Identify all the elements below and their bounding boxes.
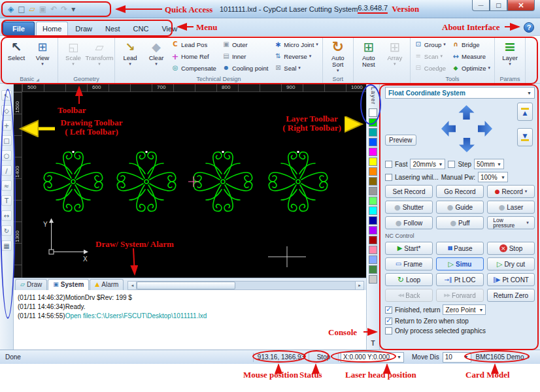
layer-color-12[interactable]: [369, 226, 377, 235]
return-zero-checkbox[interactable]: [385, 318, 392, 325]
step-checkbox[interactable]: [448, 161, 455, 168]
scrollbar-thumb[interactable]: [137, 282, 235, 289]
jog-left-button[interactable]: [441, 120, 456, 137]
canvas-area[interactable]: 5006007008009001000 150014001300: [14, 84, 366, 278]
return-zero-button[interactable]: Return Zero: [487, 289, 535, 302]
ribbon-home-ref-button[interactable]: +Home Ref: [170, 50, 218, 62]
laser-button[interactable]: ●Laser: [487, 201, 535, 214]
layer-color-1[interactable]: [369, 118, 377, 127]
jog-down-button[interactable]: [458, 138, 475, 152]
follow-down-button[interactable]: ▼: [517, 128, 533, 146]
ribbon-clear-button[interactable]: ◆Clear▾: [144, 38, 169, 67]
layer-text-tool[interactable]: T: [371, 340, 375, 347]
laser-position-dropdown[interactable]: X:0.000 Y:0.000 ▼: [341, 352, 404, 363]
layer-color-11[interactable]: [369, 216, 377, 225]
ribbon-auto-sort-button[interactable]: ↻Auto Sort▾: [326, 38, 350, 73]
ribbon-optimize-button[interactable]: ◆Optimize▾: [450, 62, 492, 74]
ribbon-micro-joint-button[interactable]: ∗Micro Joint▾: [273, 39, 319, 50]
quick-access-dropdown-icon[interactable]: ▾: [71, 5, 75, 13]
horizontal-scrollbar[interactable]: ◂ ▸: [127, 281, 364, 290]
record-button[interactable]: ●Record▾: [487, 185, 535, 198]
node-edit-tool[interactable]: ◇: [1, 105, 12, 116]
close-button[interactable]: ×: [507, 0, 535, 11]
rect-tool[interactable]: □: [1, 135, 12, 146]
follow-button[interactable]: ●Follow: [385, 216, 433, 229]
rotate-tool[interactable]: ↻: [1, 225, 12, 236]
finished-return-checkbox[interactable]: [385, 306, 392, 314]
pt-cont-button[interactable]: ‖▶Pt CONT: [487, 273, 535, 286]
tab-system[interactable]: ▣System: [48, 279, 89, 290]
jog-right-button[interactable]: [478, 120, 492, 137]
layer-color-10[interactable]: [369, 206, 377, 215]
move-dis-dropdown[interactable]: 10 ▼: [443, 352, 471, 363]
dry-cut-button[interactable]: ▷Dry cut: [487, 257, 535, 270]
scroll-left-icon[interactable]: ◂: [128, 282, 137, 289]
layer-color-13[interactable]: [369, 236, 377, 244]
loop-button[interactable]: ↻Loop: [385, 273, 433, 286]
layer-color-3[interactable]: [369, 138, 377, 146]
layer-color-6[interactable]: [369, 167, 377, 176]
set-record-button[interactable]: Set Record: [385, 185, 433, 198]
scroll-right-icon[interactable]: ▸: [355, 282, 363, 289]
guide-button[interactable]: ●Guide: [436, 201, 484, 214]
minimize-button[interactable]: —: [472, 0, 490, 11]
log-file-link[interactable]: Open files:C:\Users\FSCUT\Desktop\101111…: [65, 312, 207, 319]
tab-cnc[interactable]: CNC: [127, 22, 155, 35]
layer-color-16[interactable]: [369, 265, 377, 274]
card-model-selector[interactable]: BMC1605 Demo ▾: [476, 353, 537, 361]
curve-tool[interactable]: ≈: [1, 180, 12, 191]
pattern-graphics[interactable]: [44, 151, 327, 211]
circle-tool[interactable]: ○: [1, 150, 12, 161]
tab-view[interactable]: View: [156, 22, 183, 35]
tab-home[interactable]: Home: [36, 22, 68, 35]
tab-nest[interactable]: Nest: [99, 22, 126, 35]
fill-tool[interactable]: ▦: [1, 240, 12, 251]
ribbon-layer-button[interactable]: ≡Layer▾: [498, 38, 522, 67]
layer-color-0[interactable]: [369, 108, 377, 117]
ribbon-auto-nest-button[interactable]: ⊞Auto Nest: [356, 38, 381, 68]
measure-tool[interactable]: ↔: [1, 210, 12, 221]
ribbon-outer-button[interactable]: ▣Outer: [221, 39, 269, 50]
tab-alarm[interactable]: ▲Alarm: [90, 279, 124, 290]
ribbon-measure-button[interactable]: ↔Measure: [450, 50, 492, 62]
shutter-button[interactable]: ●Shutter: [385, 201, 433, 214]
fast-speed-dropdown[interactable]: 20mm/s ▼: [410, 159, 445, 169]
ribbon-seal-button[interactable]: ⊠Seal▾: [273, 62, 319, 74]
coordinate-system-dropdown[interactable]: Float Coordinate System ▼: [385, 87, 535, 99]
step-size-dropdown[interactable]: 50mm ▼: [474, 159, 504, 169]
ribbon-group-button[interactable]: ⊡Group▾: [413, 39, 447, 50]
new-file-icon[interactable]: □: [18, 5, 25, 13]
ribbon-lead-button[interactable]: ↘Lead▾: [118, 38, 143, 67]
layer-color-9[interactable]: [369, 197, 377, 205]
low-pressure-button[interactable]: Low pressure▾: [487, 216, 535, 229]
layer-color-7[interactable]: [369, 177, 377, 186]
stop-button[interactable]: ×Stop: [487, 242, 535, 255]
undo-icon[interactable]: ↶: [50, 5, 57, 13]
ribbon-compensate-button[interactable]: ◎Compensate: [170, 62, 218, 74]
layer-color-8[interactable]: [369, 187, 377, 195]
maximize-button[interactable]: □: [490, 0, 507, 11]
ribbon-inner-button[interactable]: ▤Inner: [221, 50, 269, 62]
puff-button[interactable]: ●Puff: [436, 216, 484, 229]
jog-up-button[interactable]: [458, 105, 475, 120]
layer-color-2[interactable]: [369, 128, 377, 137]
fast-checkbox[interactable]: [385, 161, 392, 168]
start-button[interactable]: ▶Start*: [385, 242, 433, 255]
ribbon-cooling-point-button[interactable]: ●Cooling point: [221, 62, 269, 74]
dialog-launcher-icon[interactable]: ◢: [36, 78, 39, 82]
frame-button[interactable]: ▭Frame: [385, 257, 433, 270]
app-logo-icon[interactable]: ◈: [8, 5, 14, 13]
point-tool[interactable]: +: [1, 120, 12, 131]
layer-color-4[interactable]: [369, 148, 377, 156]
follow-up-button[interactable]: ▲: [517, 103, 533, 121]
scrollbar-track[interactable]: [235, 282, 355, 289]
ribbon-select-button[interactable]: ↖Select: [4, 38, 29, 61]
ribbon-lead-pos-button[interactable]: CLead Pos: [170, 39, 218, 50]
ribbon-bridge-button[interactable]: ∩Bridge: [450, 39, 492, 50]
only-selected-checkbox[interactable]: [385, 327, 392, 335]
go-record-button[interactable]: Go Record: [436, 185, 484, 198]
layer-color-15[interactable]: [369, 255, 377, 264]
open-file-icon[interactable]: ▱: [29, 5, 35, 13]
ribbon-reverse-button[interactable]: ⇅Reverse▾: [273, 50, 319, 62]
layer-color-17[interactable]: [369, 275, 377, 284]
